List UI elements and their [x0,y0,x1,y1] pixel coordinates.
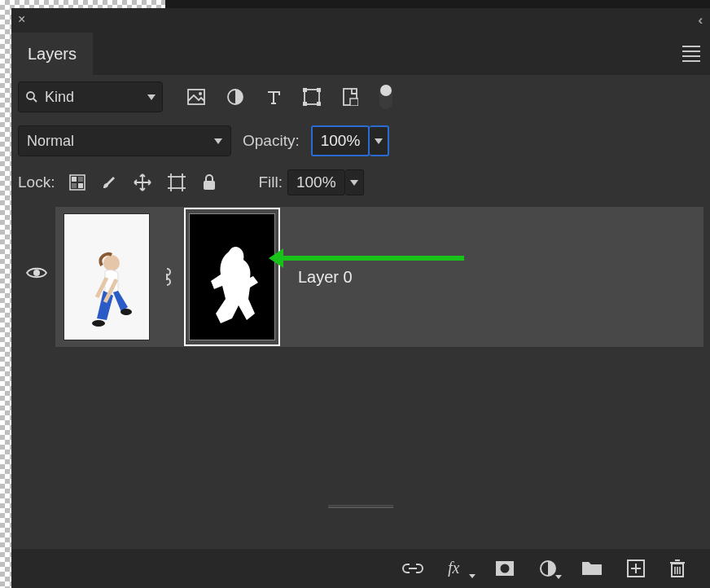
svg-rect-8 [303,102,307,106]
fill-value: 100% [296,173,336,191]
filter-row: Kind [11,75,710,119]
svg-point-27 [33,270,40,276]
lock-brush-icon[interactable] [100,173,118,191]
lock-position-icon[interactable] [133,173,152,192]
filter-type-icons [187,85,392,109]
layers-bottom-bar: fx [11,549,710,588]
fill-input[interactable]: 100% [287,169,345,195]
mask-icon[interactable] [495,560,515,577]
tab-label: Layers [28,45,77,64]
svg-rect-17 [171,177,182,188]
annotation-arrow [282,256,464,261]
chevron-down-icon [350,180,358,186]
panel-body: Kind [11,75,710,549]
close-icon[interactable]: × [18,13,25,26]
fill-label: Fill: [258,173,283,191]
chevron-down-icon [375,138,383,144]
blend-row: Normal Opacity: 100% [11,119,710,163]
transparency-checker-left [0,0,11,588]
svg-rect-13 [72,177,77,182]
image-icon[interactable] [187,89,205,105]
smartobject-icon[interactable] [342,88,358,106]
trash-icon[interactable] [669,559,686,578]
lock-all-icon[interactable] [201,173,217,191]
shape-icon[interactable] [303,88,321,106]
svg-rect-9 [317,102,321,106]
svg-rect-15 [72,183,77,188]
svg-point-29 [103,255,120,271]
svg-text:fx: fx [448,560,460,577]
opacity-value: 100% [321,132,361,150]
lock-row: Lock: Fill: [11,163,710,202]
fx-icon[interactable]: fx [448,560,471,577]
svg-point-35 [501,564,510,573]
svg-point-31 [121,309,132,315]
filter-toggle[interactable] [379,85,392,109]
type-icon[interactable] [265,89,282,105]
adjustment-icon[interactable] [226,88,244,106]
svg-line-1 [33,99,37,102]
search-icon [25,90,38,103]
filter-type-select[interactable]: Kind [18,81,163,112]
toggle-knob [380,85,392,96]
new-layer-icon[interactable] [627,559,645,577]
svg-point-30 [92,320,105,327]
layer-mask-thumbnail[interactable] [184,208,280,346]
svg-rect-6 [303,88,307,92]
adjustment-layer-icon[interactable] [539,559,557,577]
layer-row[interactable]: Layer 0 [55,207,703,347]
svg-point-3 [199,92,202,95]
lock-pixels-icon[interactable] [69,174,85,191]
layer-name[interactable]: Layer 0 [298,268,353,287]
layer-list: Layer 0 [11,207,710,347]
fill-stepper[interactable] [345,169,364,195]
svg-rect-11 [350,99,358,106]
opacity-label: Opacity: [243,132,300,150]
link-icon[interactable] [402,562,423,575]
panel-tabbar: Layers [11,33,710,75]
opacity-input[interactable]: 100% [311,125,370,156]
opacity-stepper[interactable] [370,125,389,156]
layer-thumbnail[interactable] [64,213,150,340]
svg-point-0 [27,92,34,99]
svg-rect-14 [78,177,83,182]
filter-mode-label: Kind [45,89,74,106]
transparency-checker-top [0,0,165,8]
svg-rect-16 [78,183,83,188]
blend-mode-label: Normal [27,133,74,150]
lock-artboard-icon[interactable] [167,173,186,192]
panel-titlebar: × ‹‹ [11,8,710,33]
visibility-eye-icon[interactable] [26,265,47,280]
svg-rect-26 [204,181,215,190]
blend-mode-select[interactable]: Normal [18,125,231,156]
group-icon[interactable] [581,560,603,577]
chevron-down-icon [147,94,156,100]
layers-panel: × ‹‹ Layers Kind [11,8,710,588]
svg-rect-7 [317,88,321,92]
tab-layers[interactable]: Layers [11,33,93,75]
panel-menu-icon[interactable] [682,46,700,62]
lock-label: Lock: [18,173,55,191]
layer-mask-link-icon[interactable] [160,267,174,287]
chevron-down-icon [214,138,222,144]
panel-resize-grip[interactable] [328,505,393,508]
